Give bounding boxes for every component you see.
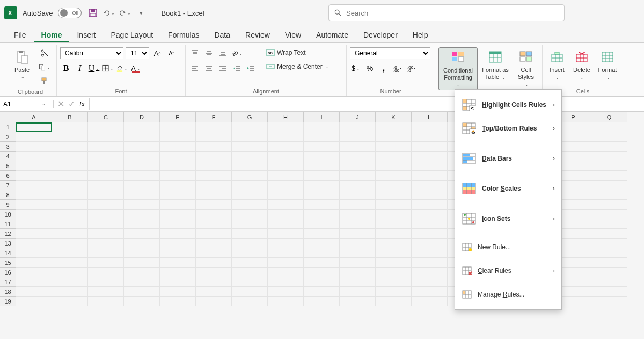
cell[interactable] bbox=[340, 171, 376, 181]
cell[interactable] bbox=[16, 181, 52, 190]
cell[interactable] bbox=[304, 287, 340, 297]
cell[interactable] bbox=[340, 219, 376, 229]
cell[interactable] bbox=[268, 219, 304, 229]
cell[interactable] bbox=[160, 239, 196, 248]
cell[interactable] bbox=[196, 258, 232, 268]
cell[interactable] bbox=[160, 132, 196, 142]
cell[interactable] bbox=[268, 297, 304, 306]
cell[interactable] bbox=[196, 239, 232, 248]
row-header[interactable]: 8 bbox=[0, 190, 16, 200]
cell[interactable] bbox=[268, 161, 304, 171]
cell[interactable] bbox=[160, 277, 196, 287]
cell[interactable] bbox=[124, 122, 160, 132]
cell[interactable] bbox=[124, 200, 160, 210]
comma-format-button[interactable]: , bbox=[378, 62, 390, 74]
bold-button[interactable]: B bbox=[60, 62, 72, 74]
cell[interactable] bbox=[124, 268, 160, 277]
cell[interactable] bbox=[412, 239, 448, 248]
cell[interactable] bbox=[16, 297, 52, 306]
cell[interactable] bbox=[88, 239, 124, 248]
font-name-combo[interactable]: Calibri bbox=[60, 47, 123, 59]
cell[interactable] bbox=[88, 229, 124, 239]
cell[interactable] bbox=[268, 181, 304, 190]
column-header[interactable]: C bbox=[88, 112, 124, 122]
font-color-button[interactable]: A⌄ bbox=[130, 62, 142, 74]
cell[interactable] bbox=[160, 219, 196, 229]
row-header[interactable]: 16 bbox=[0, 268, 16, 277]
cell[interactable] bbox=[591, 210, 627, 219]
cell[interactable] bbox=[16, 171, 52, 181]
format-as-table-button[interactable]: Format as Table ⌄ bbox=[480, 47, 511, 82]
cell[interactable] bbox=[52, 287, 88, 297]
cell[interactable] bbox=[340, 200, 376, 210]
cell[interactable] bbox=[232, 132, 268, 142]
tab-home[interactable]: Home bbox=[34, 27, 70, 42]
cell[interactable] bbox=[304, 277, 340, 287]
cell[interactable] bbox=[376, 219, 412, 229]
cell[interactable] bbox=[196, 200, 232, 210]
cell[interactable] bbox=[304, 132, 340, 142]
number-format-combo[interactable]: General bbox=[350, 47, 430, 59]
cell[interactable] bbox=[16, 200, 52, 210]
cell[interactable] bbox=[376, 287, 412, 297]
cell[interactable] bbox=[16, 210, 52, 219]
cell[interactable] bbox=[124, 132, 160, 142]
cell[interactable] bbox=[232, 268, 268, 277]
cell[interactable] bbox=[304, 122, 340, 132]
column-header[interactable]: G bbox=[232, 112, 268, 122]
cell[interactable] bbox=[376, 248, 412, 258]
cell[interactable] bbox=[268, 287, 304, 297]
cell[interactable] bbox=[304, 268, 340, 277]
cell[interactable] bbox=[124, 258, 160, 268]
cell[interactable] bbox=[232, 200, 268, 210]
cell[interactable] bbox=[196, 219, 232, 229]
cell[interactable] bbox=[340, 210, 376, 219]
decrease-decimal-button[interactable]: .00.0 bbox=[406, 62, 418, 74]
cell[interactable] bbox=[196, 142, 232, 152]
cell[interactable] bbox=[52, 229, 88, 239]
cell[interactable] bbox=[268, 268, 304, 277]
cell[interactable] bbox=[412, 122, 448, 132]
cell[interactable] bbox=[591, 190, 627, 200]
cell[interactable] bbox=[340, 229, 376, 239]
cell[interactable] bbox=[124, 277, 160, 287]
autosave-toggle[interactable]: Off bbox=[58, 8, 82, 18]
cell[interactable] bbox=[52, 122, 88, 132]
cell[interactable] bbox=[160, 258, 196, 268]
cell[interactable] bbox=[412, 132, 448, 142]
cut-button[interactable] bbox=[39, 47, 50, 59]
column-header[interactable]: B bbox=[52, 112, 88, 122]
tab-insert[interactable]: Insert bbox=[69, 27, 103, 42]
cell[interactable] bbox=[124, 210, 160, 219]
customize-qat-button[interactable]: ▾ bbox=[135, 7, 147, 19]
row-header[interactable]: 6 bbox=[0, 171, 16, 181]
cell[interactable] bbox=[160, 122, 196, 132]
cell[interactable] bbox=[340, 142, 376, 152]
cell[interactable] bbox=[232, 287, 268, 297]
align-top-button[interactable] bbox=[189, 47, 201, 59]
cell[interactable] bbox=[340, 287, 376, 297]
cell[interactable] bbox=[591, 161, 627, 171]
cell[interactable] bbox=[52, 258, 88, 268]
cell[interactable] bbox=[340, 161, 376, 171]
cell[interactable] bbox=[376, 161, 412, 171]
cell[interactable] bbox=[88, 181, 124, 190]
cell[interactable] bbox=[376, 142, 412, 152]
cell[interactable] bbox=[124, 181, 160, 190]
cf-top-bottom-rules[interactable]: 10 Top/Bottom Rules › bbox=[455, 117, 561, 140]
delete-cells-button[interactable]: Delete⌄ bbox=[570, 47, 593, 82]
cell[interactable] bbox=[412, 190, 448, 200]
cell[interactable] bbox=[16, 142, 52, 152]
cell[interactable] bbox=[268, 190, 304, 200]
cell[interactable] bbox=[196, 171, 232, 181]
cell[interactable] bbox=[591, 122, 627, 132]
cell[interactable] bbox=[88, 287, 124, 297]
cell[interactable] bbox=[88, 200, 124, 210]
cell[interactable] bbox=[160, 161, 196, 171]
column-header[interactable]: D bbox=[124, 112, 160, 122]
cell[interactable] bbox=[412, 248, 448, 258]
cell[interactable] bbox=[88, 248, 124, 258]
cell[interactable] bbox=[52, 297, 88, 306]
align-right-button[interactable] bbox=[217, 62, 229, 74]
cell[interactable] bbox=[412, 171, 448, 181]
